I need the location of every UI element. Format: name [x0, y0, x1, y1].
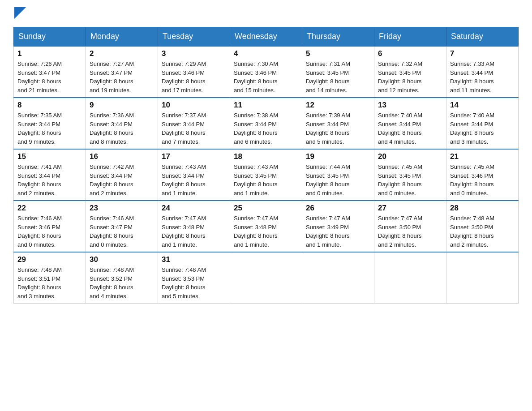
day-number: 6	[378, 49, 442, 58]
weekday-header-monday: Monday	[86, 27, 158, 47]
calendar-week-row: 8 Sunrise: 7:35 AMSunset: 3:44 PMDayligh…	[14, 98, 519, 149]
weekday-header-thursday: Thursday	[302, 27, 374, 47]
day-number: 1	[17, 49, 82, 58]
logo-triangle-icon	[14, 7, 26, 19]
day-number: 25	[234, 204, 298, 213]
day-info: Sunrise: 7:42 AMSunset: 3:44 PMDaylight:…	[90, 163, 154, 197]
calendar-cell: 31 Sunrise: 7:48 AMSunset: 3:53 PMDaylig…	[158, 252, 230, 304]
day-info: Sunrise: 7:33 AMSunset: 3:44 PMDaylight:…	[450, 60, 515, 94]
day-number: 20	[378, 152, 442, 161]
calendar-cell: 29 Sunrise: 7:48 AMSunset: 3:51 PMDaylig…	[14, 252, 86, 304]
calendar-cell: 20 Sunrise: 7:45 AMSunset: 3:45 PMDaylig…	[374, 149, 446, 201]
day-number: 4	[234, 49, 298, 58]
day-number: 7	[450, 49, 515, 58]
calendar-week-row: 15 Sunrise: 7:41 AMSunset: 3:44 PMDaylig…	[14, 149, 519, 201]
calendar-cell: 21 Sunrise: 7:45 AMSunset: 3:46 PMDaylig…	[446, 149, 519, 201]
calendar-cell: 14 Sunrise: 7:40 AMSunset: 3:44 PMDaylig…	[446, 98, 519, 149]
day-number: 18	[234, 152, 298, 161]
calendar-cell: 16 Sunrise: 7:42 AMSunset: 3:44 PMDaylig…	[86, 149, 158, 201]
day-info: Sunrise: 7:40 AMSunset: 3:44 PMDaylight:…	[378, 111, 442, 146]
calendar-cell: 5 Sunrise: 7:31 AMSunset: 3:45 PMDayligh…	[302, 46, 374, 98]
page-header	[13, 9, 519, 19]
day-info: Sunrise: 7:35 AMSunset: 3:44 PMDaylight:…	[17, 111, 82, 146]
day-number: 17	[162, 152, 226, 161]
day-number: 31	[162, 255, 226, 264]
day-info: Sunrise: 7:47 AMSunset: 3:48 PMDaylight:…	[162, 214, 226, 249]
day-info: Sunrise: 7:30 AMSunset: 3:46 PMDaylight:…	[234, 60, 298, 94]
calendar-week-row: 1 Sunrise: 7:26 AMSunset: 3:47 PMDayligh…	[14, 46, 519, 98]
day-info: Sunrise: 7:48 AMSunset: 3:52 PMDaylight:…	[90, 265, 154, 300]
calendar-cell: 1 Sunrise: 7:26 AMSunset: 3:47 PMDayligh…	[14, 46, 86, 98]
calendar-cell: 18 Sunrise: 7:43 AMSunset: 3:45 PMDaylig…	[230, 149, 302, 201]
day-number: 9	[90, 101, 154, 110]
calendar-cell: 22 Sunrise: 7:46 AMSunset: 3:46 PMDaylig…	[14, 201, 86, 252]
day-number: 29	[17, 255, 82, 264]
day-number: 30	[90, 255, 154, 264]
logo	[13, 9, 26, 19]
day-number: 21	[450, 152, 515, 161]
day-info: Sunrise: 7:46 AMSunset: 3:46 PMDaylight:…	[17, 214, 82, 249]
day-info: Sunrise: 7:37 AMSunset: 3:44 PMDaylight:…	[162, 111, 226, 146]
day-info: Sunrise: 7:43 AMSunset: 3:44 PMDaylight:…	[162, 163, 226, 197]
day-info: Sunrise: 7:29 AMSunset: 3:46 PMDaylight:…	[162, 60, 226, 94]
day-info: Sunrise: 7:46 AMSunset: 3:47 PMDaylight:…	[90, 214, 154, 249]
calendar-cell: 28 Sunrise: 7:48 AMSunset: 3:50 PMDaylig…	[446, 201, 519, 252]
day-number: 3	[162, 49, 226, 58]
day-info: Sunrise: 7:39 AMSunset: 3:44 PMDaylight:…	[306, 111, 370, 146]
day-info: Sunrise: 7:47 AMSunset: 3:50 PMDaylight:…	[378, 214, 442, 249]
day-number: 11	[234, 101, 298, 110]
logo-blue-part	[13, 9, 26, 19]
day-info: Sunrise: 7:26 AMSunset: 3:47 PMDaylight:…	[17, 60, 82, 94]
calendar-cell: 15 Sunrise: 7:41 AMSunset: 3:44 PMDaylig…	[14, 149, 86, 201]
day-info: Sunrise: 7:27 AMSunset: 3:47 PMDaylight:…	[90, 60, 154, 94]
calendar-cell: 6 Sunrise: 7:32 AMSunset: 3:45 PMDayligh…	[374, 46, 446, 98]
day-info: Sunrise: 7:44 AMSunset: 3:45 PMDaylight:…	[306, 163, 370, 197]
calendar-cell	[374, 252, 446, 304]
calendar-cell: 2 Sunrise: 7:27 AMSunset: 3:47 PMDayligh…	[86, 46, 158, 98]
day-number: 23	[90, 204, 154, 213]
day-number: 28	[450, 204, 515, 213]
day-number: 19	[306, 152, 370, 161]
calendar-cell: 11 Sunrise: 7:38 AMSunset: 3:44 PMDaylig…	[230, 98, 302, 149]
day-number: 15	[17, 152, 82, 161]
calendar-cell: 23 Sunrise: 7:46 AMSunset: 3:47 PMDaylig…	[86, 201, 158, 252]
calendar-cell: 30 Sunrise: 7:48 AMSunset: 3:52 PMDaylig…	[86, 252, 158, 304]
calendar-cell: 19 Sunrise: 7:44 AMSunset: 3:45 PMDaylig…	[302, 149, 374, 201]
calendar-table: SundayMondayTuesdayWednesdayThursdayFrid…	[13, 27, 519, 304]
calendar-cell: 10 Sunrise: 7:37 AMSunset: 3:44 PMDaylig…	[158, 98, 230, 149]
calendar-cell: 4 Sunrise: 7:30 AMSunset: 3:46 PMDayligh…	[230, 46, 302, 98]
calendar-cell: 17 Sunrise: 7:43 AMSunset: 3:44 PMDaylig…	[158, 149, 230, 201]
day-info: Sunrise: 7:45 AMSunset: 3:46 PMDaylight:…	[450, 163, 515, 197]
calendar-cell: 24 Sunrise: 7:47 AMSunset: 3:48 PMDaylig…	[158, 201, 230, 252]
calendar-cell: 12 Sunrise: 7:39 AMSunset: 3:44 PMDaylig…	[302, 98, 374, 149]
day-number: 26	[306, 204, 370, 213]
calendar-cell: 7 Sunrise: 7:33 AMSunset: 3:44 PMDayligh…	[446, 46, 519, 98]
calendar-cell: 13 Sunrise: 7:40 AMSunset: 3:44 PMDaylig…	[374, 98, 446, 149]
day-number: 27	[378, 204, 442, 213]
day-number: 10	[162, 101, 226, 110]
weekday-header-friday: Friday	[374, 27, 446, 47]
calendar-week-row: 29 Sunrise: 7:48 AMSunset: 3:51 PMDaylig…	[14, 252, 519, 304]
weekday-header-row: SundayMondayTuesdayWednesdayThursdayFrid…	[14, 27, 519, 47]
calendar-cell	[302, 252, 374, 304]
weekday-header-sunday: Sunday	[14, 27, 86, 47]
day-info: Sunrise: 7:48 AMSunset: 3:51 PMDaylight:…	[17, 265, 82, 300]
day-info: Sunrise: 7:36 AMSunset: 3:44 PMDaylight:…	[90, 111, 154, 146]
calendar-cell: 26 Sunrise: 7:47 AMSunset: 3:49 PMDaylig…	[302, 201, 374, 252]
day-info: Sunrise: 7:41 AMSunset: 3:44 PMDaylight:…	[17, 163, 82, 197]
weekday-header-tuesday: Tuesday	[158, 27, 230, 47]
day-info: Sunrise: 7:32 AMSunset: 3:45 PMDaylight:…	[378, 60, 442, 94]
calendar-cell: 27 Sunrise: 7:47 AMSunset: 3:50 PMDaylig…	[374, 201, 446, 252]
day-info: Sunrise: 7:47 AMSunset: 3:48 PMDaylight:…	[234, 214, 298, 249]
day-info: Sunrise: 7:47 AMSunset: 3:49 PMDaylight:…	[306, 214, 370, 249]
calendar-cell: 9 Sunrise: 7:36 AMSunset: 3:44 PMDayligh…	[86, 98, 158, 149]
day-number: 14	[450, 101, 515, 110]
weekday-header-wednesday: Wednesday	[230, 27, 302, 47]
day-info: Sunrise: 7:45 AMSunset: 3:45 PMDaylight:…	[378, 163, 442, 197]
calendar-cell	[230, 252, 302, 304]
day-number: 8	[17, 101, 82, 110]
day-info: Sunrise: 7:48 AMSunset: 3:53 PMDaylight:…	[162, 265, 226, 300]
day-number: 24	[162, 204, 226, 213]
day-number: 2	[90, 49, 154, 58]
day-number: 13	[378, 101, 442, 110]
